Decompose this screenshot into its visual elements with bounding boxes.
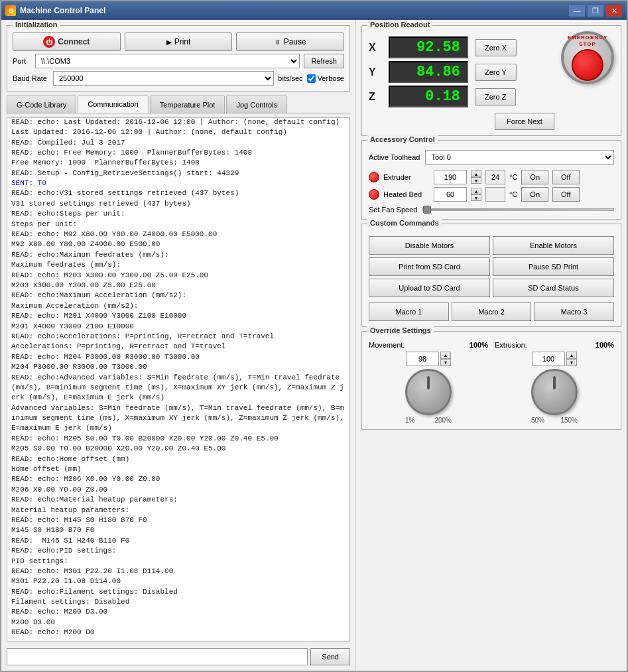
tab-temperature[interactable]: Temperature Plot xyxy=(150,96,225,113)
pos-row-y: Y 84.86 Zero Y xyxy=(369,61,554,83)
fan-slider[interactable] xyxy=(422,208,614,211)
console-line: READ: M145 S1 H240 B110 F0 xyxy=(11,536,345,546)
console-line: READ: echo: M200 D0 xyxy=(11,628,345,638)
sd-status-button[interactable]: SD Card Status xyxy=(493,279,614,297)
heated-bed-temp-up[interactable]: ▲ xyxy=(471,188,481,194)
heated-bed-temp-spinner: ▲ ▼ xyxy=(471,188,481,201)
axis-label-z: Z xyxy=(369,91,382,103)
console-line: READ: echo: M203 X300.00 Y300.00 Z5.00 E… xyxy=(11,271,345,281)
verbose-wrap: Verbose xyxy=(307,74,344,83)
upload-sd-button[interactable]: Upload to SD Card xyxy=(369,279,490,297)
zero-x-button[interactable]: Zero X xyxy=(475,39,517,56)
pos-value-y: 84.86 xyxy=(389,61,468,83)
emergency-stop-button[interactable]: EMERGENCY STOP xyxy=(561,31,614,84)
force-next-button[interactable]: Force Next xyxy=(495,113,554,130)
pause-label: Pause xyxy=(284,37,306,46)
pos-value-z: 0.18 xyxy=(389,86,468,107)
extruder-temp-input[interactable] xyxy=(434,170,467,184)
movement-knob-labels: 1% 200% xyxy=(405,417,452,424)
macro3-button[interactable]: Macro 3 xyxy=(534,302,614,321)
movement-knob[interactable] xyxy=(405,369,452,415)
main-content: Initialization ⏻ Connect ▶ Print ⏸ Pause xyxy=(1,20,627,671)
zero-z-button[interactable]: Zero Z xyxy=(475,88,516,105)
extrusion-knob-container: 50% 150% xyxy=(531,369,578,424)
estop-inner xyxy=(572,49,603,81)
extruder-row: Extruder ▲ ▼ 24 °C On Off xyxy=(369,170,614,184)
port-select[interactable]: \\.\COM3 xyxy=(35,54,300,68)
send-button[interactable]: Send xyxy=(310,648,350,665)
extrusion-down[interactable]: ▼ xyxy=(566,359,577,366)
tab-gcode[interactable]: G-Code Library xyxy=(7,96,76,113)
console-line: READ: echo: Last Updated: 2016-12-06 12:… xyxy=(11,117,345,127)
fan-label: Set Fan Speed xyxy=(369,206,417,214)
baud-select[interactable]: 250000 xyxy=(53,71,274,86)
console-line: READ: echo: M200 D3.00 xyxy=(11,607,345,617)
heated-bed-current-temp xyxy=(485,187,505,202)
console-line: M204 P3000.00 R3000.00 T3000.00 xyxy=(11,362,345,372)
console-line: READ: Compiled: Jul 3 2017 xyxy=(11,138,345,148)
extrusion-pct: 100% xyxy=(596,341,614,349)
console-line: Material heatup parameters: xyxy=(11,505,345,515)
toolhead-select[interactable]: Tool 0Tool 1 xyxy=(425,150,614,165)
movement-up[interactable]: ▲ xyxy=(440,352,451,359)
console-line: READ: echo:Steps per unit: xyxy=(11,209,345,219)
console-line: READ: Setup - Config_RetrieveSettings() … xyxy=(11,168,345,178)
heated-bed-name: Heated Bed xyxy=(383,190,430,198)
console-area[interactable]: Testing plaintext communication protocol… xyxy=(7,117,350,641)
port-row: Port \\.\COM3 Refresh xyxy=(13,54,344,68)
custom-commands-section: Custom Commands Disable Motors Enable Mo… xyxy=(361,224,621,327)
heated-bed-on-button[interactable]: On xyxy=(521,187,548,202)
print-button[interactable]: ▶ Print xyxy=(125,33,233,51)
console-line: READ: echo: M206 X0.00 Y0.00 Z0.00 xyxy=(11,474,345,484)
init-buttons-row: ⏻ Connect ▶ Print ⏸ Pause xyxy=(13,33,344,51)
console-line: READ: echo: M205 S0.00 T0.00 B20000 X20.… xyxy=(11,434,345,444)
console-line: READ: echo:PID settings: xyxy=(11,546,345,556)
connect-icon: ⏻ xyxy=(43,36,55,48)
tab-communication[interactable]: Communication xyxy=(78,96,148,113)
position-readout-label: Position Readout xyxy=(367,21,432,29)
custom-commands-label: Custom Commands xyxy=(367,219,442,227)
extruder-temp-down[interactable]: ▼ xyxy=(471,177,481,184)
macro1-button[interactable]: Macro 1 xyxy=(369,302,449,321)
extruder-degree: °C xyxy=(509,173,517,181)
movement-input[interactable] xyxy=(406,352,439,366)
extruder-temp-up[interactable]: ▲ xyxy=(471,170,481,177)
console-line: Accelerations: P=printing, R=retract and… xyxy=(11,342,345,352)
refresh-button[interactable]: Refresh xyxy=(304,54,344,68)
console-line: READ: echo: M204 P3000.00 R3000.00 T3000… xyxy=(11,352,345,362)
extruder-off-button[interactable]: Off xyxy=(552,170,579,184)
tab-jog[interactable]: Jog Controls xyxy=(226,96,287,113)
enable-motors-button[interactable]: Enable Motors xyxy=(493,236,614,255)
heated-bed-temp-down[interactable]: ▼ xyxy=(471,194,481,201)
macro2-button[interactable]: Macro 2 xyxy=(452,302,532,321)
disable-motors-button[interactable]: Disable Motors xyxy=(369,236,490,255)
pause-button[interactable]: ⏸ Pause xyxy=(236,33,344,51)
minimize-button[interactable]: — xyxy=(568,4,586,17)
console-line: READ: echo:V31 stored settings retrieved… xyxy=(11,188,345,198)
extrusion-input[interactable] xyxy=(532,352,565,366)
extruder-indicator xyxy=(369,172,379,182)
console-line: Maximum Acceleration (mm/s2): xyxy=(11,301,345,311)
console-input[interactable] xyxy=(7,648,308,665)
pause-sd-button[interactable]: Pause SD Print xyxy=(493,257,614,276)
extrusion-knob-labels: 50% 150% xyxy=(531,417,578,424)
movement-down[interactable]: ▼ xyxy=(440,359,451,366)
zero-y-button[interactable]: Zero Y xyxy=(475,64,517,81)
heated-bed-off-button[interactable]: Off xyxy=(552,187,579,202)
extrusion-knob[interactable] xyxy=(531,369,578,415)
verbose-checkbox[interactable] xyxy=(307,74,316,83)
console-line: READ: echo:Home offset (mm) xyxy=(11,454,345,464)
restore-button[interactable]: ❐ xyxy=(587,4,604,17)
console-line: M203 X300.00 Y300.00 Z5.00 E25.00 xyxy=(11,281,345,291)
title-bar: ⚙ Machine Control Panel — ❐ ✕ xyxy=(1,1,627,20)
heated-bed-row: Heated Bed ▲ ▼ °C On Off xyxy=(369,187,614,202)
heated-bed-temp-input[interactable] xyxy=(434,187,467,202)
override-settings-section: Override Settings Movement: 100% ▲ ▼ xyxy=(361,331,621,430)
extruder-on-button[interactable]: On xyxy=(521,170,548,184)
console-line: M301 P22.20 I1.08 D114.00 xyxy=(11,576,345,586)
close-button[interactable]: ✕ xyxy=(605,4,623,17)
print-from-sd-button[interactable]: Print from SD Card xyxy=(369,257,490,276)
heated-bed-indicator xyxy=(369,189,379,200)
extrusion-up[interactable]: ▲ xyxy=(566,352,577,359)
connect-button[interactable]: ⏻ Connect xyxy=(13,33,121,51)
